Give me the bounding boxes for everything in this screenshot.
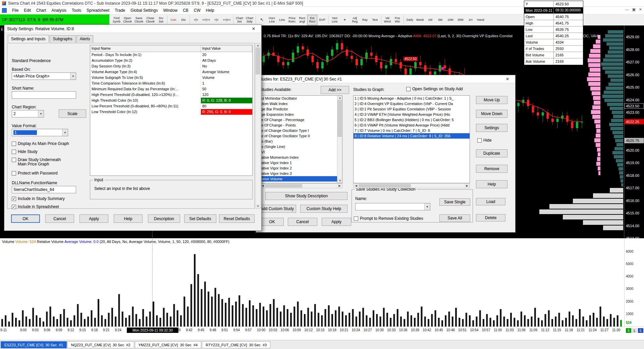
study-inputs-table[interactable]: Input NameInput ValuePeriod - Days To In… bbox=[90, 45, 253, 176]
scroll-down-icon[interactable]: ▼ bbox=[337, 179, 342, 183]
study-to-graph-item[interactable]: 1 | ID:5 Moving Average - Adaptive | 0 m… bbox=[354, 96, 470, 101]
scroll-up-icon[interactable]: ▲ bbox=[256, 43, 260, 48]
scrollbar-thumb[interactable] bbox=[256, 48, 260, 74]
chevron-down-icon[interactable]: ▼ bbox=[424, 203, 430, 210]
add-study-button[interactable]: Add >> bbox=[321, 86, 349, 94]
toolbar-button--[interactable]: >>|<< bbox=[221, 15, 232, 25]
crosshair-icon[interactable]: + bbox=[340, 15, 350, 25]
toolbar-button--[interactable]: >|< bbox=[211, 15, 221, 25]
toolbar-button-vert-line[interactable]: Vert Line bbox=[330, 15, 340, 25]
input-row[interactable]: Volume Average Type (In:4)Average Volume bbox=[90, 69, 252, 75]
menu-item-spreadsheet[interactable]: Spreadsheet bbox=[84, 7, 112, 14]
close-icon[interactable]: ✕ bbox=[502, 77, 513, 82]
toolbar-button-dis[interactable]: Dis bbox=[178, 15, 189, 25]
studies-apply-button[interactable]: Apply bbox=[322, 218, 351, 226]
tab-subgraphs[interactable]: Subgraphs bbox=[50, 35, 76, 43]
scroll-down-icon[interactable]: ▼ bbox=[256, 204, 260, 208]
toolbar-button-week[interactable]: Week bbox=[415, 15, 425, 25]
menu-item-tools[interactable]: Tools bbox=[69, 7, 84, 14]
set-defaults-button[interactable]: Set Defaults bbox=[184, 214, 216, 223]
study-to-graph-item[interactable]: 7 | ID:7 Volume | 0 ms | CalcOrder: 7 | … bbox=[354, 128, 470, 133]
mdi-restore-icon[interactable]: ▣ bbox=[632, 7, 635, 12]
study-to-graph-item[interactable]: 2 | ID:4 Overnight VP Equities Correlati… bbox=[354, 101, 470, 106]
toolbar-button-price-retrc[interactable]: Price Retrc bbox=[287, 15, 297, 25]
study-list-item[interactable]: dom Walk Index bbox=[260, 101, 337, 106]
checkbox-open-settings-on-study-add[interactable]: Open Settings on Study Add bbox=[406, 87, 463, 91]
corner-button-5[interactable]: 5 bbox=[626, 328, 631, 333]
based-on-select[interactable]: <Main Price Graph> ▼ bbox=[12, 72, 76, 80]
menu-item-edit[interactable]: Edit bbox=[21, 7, 34, 14]
checkbox-prompt-remove-existing[interactable]: Prompt to Remove Existing Studies bbox=[354, 216, 423, 221]
scroll-right-icon[interactable]: ▶ bbox=[337, 184, 342, 188]
tab-alerts[interactable]: Alerts bbox=[76, 35, 94, 43]
checkbox-hide-study[interactable]: Hide Study bbox=[12, 150, 38, 154]
chevron-down-icon[interactable]: ▼ bbox=[70, 73, 76, 80]
toolbar-button-open-cbook[interactable]: Open Cbook bbox=[122, 15, 133, 25]
study-list-item[interactable]: VI bbox=[260, 149, 337, 155]
studies-ok-button[interactable]: OK bbox=[260, 218, 284, 226]
toolbar-button-chart-set[interactable]: Chart Set bbox=[234, 15, 245, 25]
settings-dialog-titlebar[interactable]: Study Settings: Relative Volume. ID:8 ✕ bbox=[4, 25, 261, 33]
checkbox-display-as-main-price-graph[interactable]: Display As Main Price Graph bbox=[12, 142, 69, 146]
chart-tab[interactable]: ESZ23_FUT_CME [CV] 30 Sec #1 bbox=[1, 341, 67, 348]
studies-cancel-button[interactable]: Cancel bbox=[288, 218, 317, 226]
chart-tab[interactable]: YMZ23_FUT_CME [CV] 30 Sec #4 bbox=[135, 341, 202, 348]
studies-available-list[interactable]: ul Mohindar Oscillatordom Walk Indexge B… bbox=[260, 95, 342, 183]
study-list-item[interactable]: ative Vigor Index 2 bbox=[260, 165, 337, 171]
toolbar-button-srv-set[interactable]: Srv Set bbox=[156, 15, 166, 25]
scale-button[interactable]: Scale bbox=[59, 109, 86, 118]
toolbar-button-rect-angl[interactable]: Rect angl bbox=[297, 15, 307, 25]
menu-item-chart[interactable]: Chart bbox=[34, 7, 49, 14]
study-list-item[interactable]: ative Vigor Index 1 bbox=[260, 160, 337, 165]
toolbar-button-val-wind[interactable]: Val Wind bbox=[382, 15, 392, 25]
close-icon[interactable]: ✕ bbox=[249, 26, 259, 31]
duplicate-button[interactable]: Duplicate bbox=[476, 149, 507, 157]
toolbar-button-line[interactable]: Line bbox=[277, 15, 287, 25]
toolbar-button--[interactable]: <|> bbox=[191, 15, 201, 25]
mdi-close-icon[interactable]: ✕ bbox=[639, 7, 642, 12]
toolbar-button-pos-win[interactable]: Pos Win bbox=[392, 15, 402, 25]
input-row[interactable]: Low Percent Threshold (0-disabled, 80->8… bbox=[90, 103, 252, 109]
checkbox-draw-study-underneath[interactable]: Draw Study Underneath Main Price Graph bbox=[12, 158, 61, 166]
settings-scrollbar[interactable]: ▲▼ bbox=[255, 43, 261, 209]
dll-function-input[interactable] bbox=[12, 186, 76, 193]
to-graph-list-hscrollbar[interactable]: ◀▶ bbox=[353, 183, 470, 188]
checkbox-include-in-spreadsheet[interactable]: ✓Include in Spreadsheet bbox=[12, 205, 59, 209]
input-row[interactable]: Day Session Only (In:3)No bbox=[90, 63, 252, 69]
toolbar-button-30m[interactable]: 30M bbox=[455, 15, 466, 25]
scrollbar-thumb[interactable] bbox=[337, 100, 342, 137]
custom-study-help-button[interactable]: Custom Study Help bbox=[300, 205, 347, 213]
corner-button-e[interactable]: E bbox=[638, 328, 643, 333]
study-to-graph-item[interactable]: 3 | ID:1 Pit Session VP Equities Correla… bbox=[354, 106, 470, 112]
chart-tab[interactable]: RTYZ23_FUT_CME [CV] 30 Sec #3 bbox=[202, 341, 270, 348]
studies-to-graph-list[interactable]: 1 | ID:5 Moving Average - Adaptive | 0 m… bbox=[353, 95, 470, 183]
toolbar-button-con[interactable]: Con bbox=[168, 15, 178, 25]
tab-settings-and-inputs[interactable]: Settings and Inputs bbox=[8, 35, 49, 42]
show-study-description-button[interactable]: Show Study Description bbox=[265, 192, 347, 200]
menu-item-analysis[interactable]: Analysis bbox=[49, 7, 69, 14]
menu-item-file[interactable]: File bbox=[9, 7, 21, 14]
pointer-icon[interactable]: ↖ bbox=[257, 15, 267, 25]
toolbar-button-ray[interactable]: Ray bbox=[360, 15, 370, 25]
settings-button[interactable]: Settings bbox=[476, 124, 507, 132]
available-list-scrollbar[interactable]: ▲▼ bbox=[337, 96, 342, 183]
study-list-item[interactable]: o (Single Line) bbox=[260, 144, 337, 149]
toolbar-button-ext-rect[interactable]: Ext Rect bbox=[307, 15, 317, 25]
help-button[interactable]: Help bbox=[114, 214, 143, 223]
studies-dialog-titlebar[interactable]: Studies for: ESZ23_FUT_CME [CV] 30 Sec #… bbox=[256, 75, 515, 83]
input-row[interactable]: Minimum Required Data for Day as Percent… bbox=[90, 86, 252, 92]
move-up-button[interactable]: Move Up bbox=[476, 96, 507, 104]
study-list-item[interactable]: ative Momentum Index bbox=[260, 155, 337, 160]
scrollbar-thumb[interactable] bbox=[265, 184, 302, 188]
scroll-up-icon[interactable]: ▲ bbox=[337, 96, 342, 100]
study-list-item[interactable]: e of Change Oscillator Type I bbox=[260, 128, 337, 133]
reset-defaults-button[interactable]: Reset Defaults bbox=[219, 214, 255, 223]
move-down-button[interactable]: Move Down bbox=[476, 110, 507, 118]
collection-name-select[interactable]: ▼ bbox=[355, 203, 430, 210]
ok-button[interactable]: OK bbox=[11, 214, 40, 223]
study-list-item[interactable]: ge Bar Predictor bbox=[260, 106, 337, 112]
study-list-item[interactable]: e Of Change - Points bbox=[260, 122, 337, 128]
menu-item-window[interactable]: Window bbox=[160, 7, 180, 14]
study-to-graph-item[interactable]: 4 | ID:3 VWAP ETH (Volume Weighted Avera… bbox=[354, 112, 470, 117]
cancel-button[interactable]: Cancel bbox=[45, 214, 74, 223]
